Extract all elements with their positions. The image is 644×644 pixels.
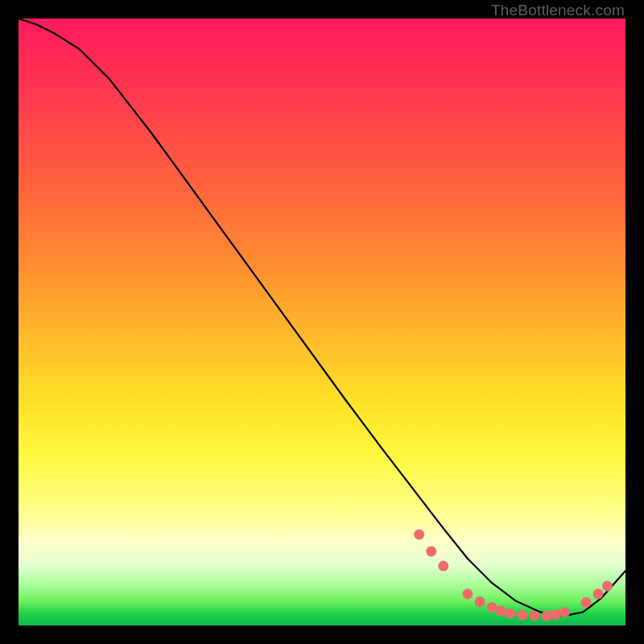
marker-dot — [505, 608, 515, 618]
marker-dot — [438, 561, 448, 572]
curve-svg — [19, 19, 625, 625]
marker-dot — [462, 588, 473, 599]
marker-dot — [593, 588, 604, 599]
credit-text: TheBottleneck.com — [491, 2, 625, 19]
marker-dot — [475, 597, 485, 607]
marker-dot — [541, 610, 551, 621]
marker-dot — [517, 610, 527, 621]
marker-dots — [414, 529, 613, 621]
marker-dot — [529, 610, 539, 621]
marker-dot — [559, 607, 570, 617]
marker-dot — [551, 609, 561, 620]
marker-dot — [580, 597, 591, 608]
marker-dot — [487, 602, 497, 613]
bottleneck-curve — [19, 19, 625, 616]
plot-area — [19, 19, 625, 625]
marker-dot — [414, 529, 424, 539]
chart-container: TheBottleneck.com — [0, 0, 644, 644]
marker-dot — [426, 547, 436, 557]
marker-dot — [602, 580, 613, 591]
marker-dot — [496, 605, 506, 616]
